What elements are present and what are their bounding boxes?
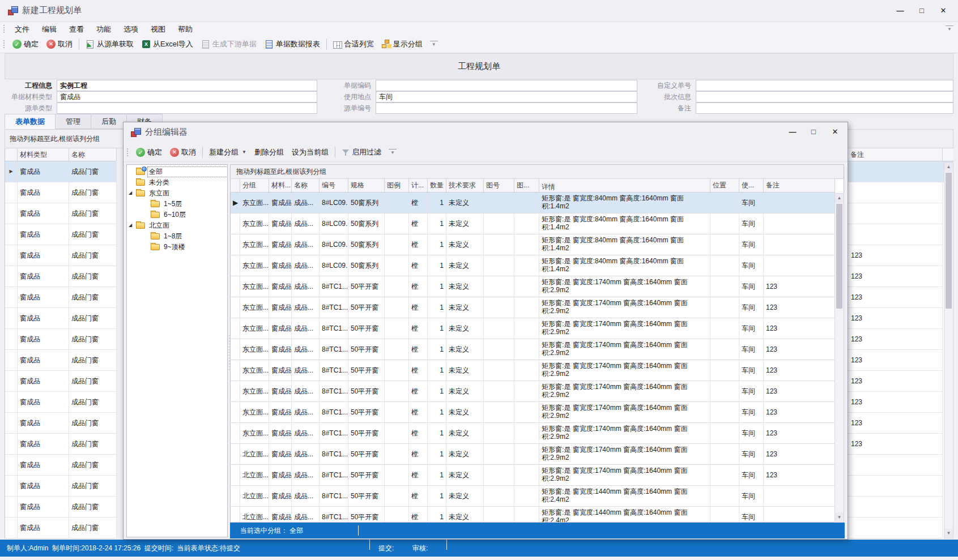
- table-row[interactable]: [848, 497, 953, 518]
- tab-management[interactable]: 管理: [56, 114, 91, 129]
- menu-overflow-icon[interactable]: ▼: [946, 25, 953, 32]
- table-row[interactable]: 123: [848, 350, 953, 371]
- data-report-button[interactable]: 单据数据报表: [261, 37, 324, 51]
- table-row[interactable]: 123: [848, 392, 953, 413]
- unit-column-header[interactable]: 计...: [409, 179, 428, 192]
- maximize-button[interactable]: □: [912, 3, 931, 19]
- table-row[interactable]: 窗成品 成品门窗: [5, 329, 116, 350]
- table-row[interactable]: 窗成品 成品门窗: [5, 266, 116, 287]
- material-type-column-header[interactable]: 材料类型: [18, 148, 69, 161]
- table-row[interactable]: 窗成品 成品门窗: [5, 497, 116, 518]
- group-column-header[interactable]: 分组: [240, 179, 269, 192]
- table-row[interactable]: [848, 476, 953, 497]
- menu-item-options[interactable]: 选项: [117, 22, 144, 36]
- detail-column-header[interactable]: 详情: [539, 179, 710, 192]
- table-row[interactable]: 东立面... 窗成品 成品... 8#TC1... 50平开窗 樘 1 未定义 …: [231, 318, 835, 339]
- figno-column-header[interactable]: 图号: [484, 179, 514, 192]
- table-row[interactable]: [848, 161, 953, 182]
- custom-no-field[interactable]: [696, 80, 953, 91]
- table-row[interactable]: 窗成品 成品门窗: [5, 350, 116, 371]
- table-row[interactable]: 窗成品 成品门窗: [5, 287, 116, 308]
- tree-item[interactable]: ◢ 东立面: [127, 188, 227, 199]
- tree-item[interactable]: 1~8层: [127, 231, 227, 242]
- import-excel-button[interactable]: 从Excel导入: [138, 37, 197, 51]
- table-row[interactable]: 东立面... 窗成品 成品... 8#TC1... 50平开窗 樘 1 未定义 …: [231, 402, 835, 423]
- table-row[interactable]: 北立面... 窗成品 成品... 8#TC1... 50平开窗 樘 1 未定义 …: [231, 486, 835, 507]
- table-row[interactable]: 东立面... 窗成品 成品... 8#LC09... 50窗系列 樘 1 未定义…: [231, 234, 835, 255]
- new-group-button[interactable]: 新建分组 ▼: [205, 146, 250, 159]
- table-row[interactable]: 123: [848, 287, 953, 308]
- table-row[interactable]: 窗成品 成品门窗: [5, 245, 116, 266]
- show-groups-button[interactable]: 显示分组: [378, 37, 427, 51]
- dialog-cancel-button[interactable]: 取消: [166, 146, 200, 159]
- tree-item[interactable]: 未分类: [127, 177, 227, 188]
- note-column-header[interactable]: 备注: [848, 148, 943, 161]
- dialog-maximize-button[interactable]: □: [805, 125, 822, 139]
- table-row[interactable]: 窗成品 成品门窗: [5, 392, 116, 413]
- source-no-field[interactable]: [376, 102, 637, 114]
- table-row[interactable]: 东立面... 窗成品 成品... 8#TC1... 50平开窗 樘 1 未定义 …: [231, 339, 835, 360]
- table-row[interactable]: 窗成品 成品门窗: [5, 371, 116, 392]
- table-row[interactable]: 北立面... 窗成品 成品... 8#TC1... 50平开窗 樘 1 未定义 …: [231, 465, 835, 486]
- scroll-down-icon[interactable]: ▼: [835, 513, 844, 522]
- remark-field[interactable]: [696, 102, 953, 114]
- material-column-header[interactable]: 材料...: [269, 179, 292, 192]
- table-row[interactable]: 123: [848, 329, 953, 350]
- scroll-up-icon[interactable]: ▲: [944, 163, 953, 172]
- cancel-button[interactable]: 取消: [42, 37, 76, 51]
- dialog-toolbar-overflow-icon[interactable]: ▼: [389, 149, 397, 156]
- expand-icon[interactable]: ◢: [129, 190, 135, 195]
- menu-item-edit[interactable]: 编辑: [36, 22, 63, 36]
- table-row[interactable]: 东立面... 窗成品 成品... 8#TC1... 50平开窗 樘 1 未定义 …: [231, 423, 835, 444]
- menu-item-lookup[interactable]: 查看: [63, 22, 90, 36]
- expand-icon[interactable]: ◢: [129, 223, 135, 228]
- legend-column-header[interactable]: 图例: [385, 179, 409, 192]
- doc-code-field[interactable]: [376, 80, 637, 91]
- scroll-up-icon[interactable]: ▲: [835, 194, 844, 203]
- menu-item-file[interactable]: 文件: [8, 22, 36, 36]
- delete-group-button[interactable]: 删除分组: [250, 146, 288, 159]
- table-row[interactable]: 窗成品 成品门窗: [5, 518, 116, 538]
- table-row[interactable]: 东立面... 窗成品 成品... 8#LC09... 50窗系列 樘 1 未定义…: [231, 213, 835, 234]
- set-current-group-button[interactable]: 设为当前组: [288, 146, 333, 159]
- table-row[interactable]: [848, 203, 953, 224]
- table-row[interactable]: 东立面... 窗成品 成品... 8#TC1... 50平开窗 樘 1 未定义 …: [231, 360, 835, 381]
- table-row[interactable]: 东立面... 窗成品 成品... 8#TC1... 50平开窗 樘 1 未定义 …: [231, 297, 835, 318]
- table-row[interactable]: 123: [848, 413, 953, 434]
- table-row[interactable]: [848, 455, 953, 476]
- tab-logistics[interactable]: 后勤: [91, 114, 127, 129]
- table-row[interactable]: 窗成品 成品门窗: [5, 308, 116, 329]
- tech-column-header[interactable]: 技术要求: [446, 179, 484, 192]
- tree-item[interactable]: 9~顶楼: [127, 242, 227, 253]
- table-row[interactable]: [848, 182, 953, 203]
- use-column-header[interactable]: 使...: [739, 179, 764, 192]
- dialog-close-button[interactable]: ✕: [827, 125, 844, 139]
- table-row[interactable]: 窗成品 成品门窗: [5, 413, 116, 434]
- main-vertical-scrollbar[interactable]: ▲ ▼: [944, 162, 953, 538]
- enable-filter-button[interactable]: 启用过滤: [338, 146, 385, 159]
- name-column-header[interactable]: 名称: [69, 148, 117, 161]
- table-row[interactable]: 窗成品 成品门窗: [5, 434, 116, 455]
- project-info-field[interactable]: [57, 80, 317, 91]
- position-column-header[interactable]: 位置: [710, 179, 739, 192]
- table-row[interactable]: 123: [848, 371, 953, 392]
- table-row[interactable]: 窗成品 成品门窗: [5, 476, 116, 497]
- menu-item-function[interactable]: 功能: [90, 22, 117, 36]
- table-row[interactable]: 窗成品 成品门窗: [5, 182, 116, 203]
- fit-column-width-button[interactable]: 合适列宽: [329, 37, 378, 51]
- table-row[interactable]: [848, 518, 953, 538]
- table-row[interactable]: ▶ 窗成品 成品门窗: [5, 161, 116, 182]
- table-row[interactable]: 东立面... 窗成品 成品... 8#TC1... 50平开窗 樘 1 未定义 …: [231, 276, 835, 297]
- table-row[interactable]: 123: [848, 245, 953, 266]
- material-type-field[interactable]: [57, 91, 317, 102]
- close-button[interactable]: ✕: [934, 3, 953, 19]
- table-row[interactable]: 123: [848, 434, 953, 455]
- table-row[interactable]: 窗成品 成品门窗: [5, 455, 116, 476]
- tree-item[interactable]: ◢ 北立面: [127, 220, 227, 231]
- tab-form-data[interactable]: 表单数据: [5, 114, 56, 129]
- table-row[interactable]: 窗成品 成品门窗: [5, 203, 116, 224]
- fetch-from-source-button[interactable]: 从源单获取: [82, 37, 138, 51]
- name-column-header[interactable]: 名称: [292, 179, 320, 192]
- fig-column-header[interactable]: 图...: [514, 179, 539, 192]
- scroll-down-icon[interactable]: ▼: [944, 529, 953, 538]
